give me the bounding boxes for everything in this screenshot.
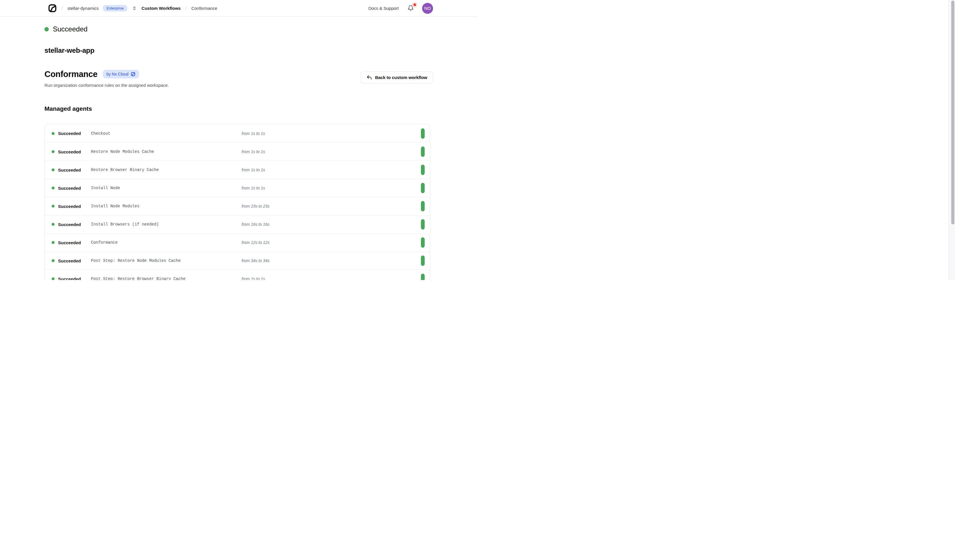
step-status-dot — [52, 223, 55, 226]
step-duration: from 1s to 1s — [242, 276, 421, 280]
agent-step-row[interactable]: Succeeded Checkout from 1s to 1s — [45, 124, 430, 142]
chevron-up-down-icon — [132, 6, 137, 11]
workflow-heading-block: Conformance by Nx Cloud Run organization… — [44, 69, 169, 88]
step-name: Install Browsers (if needed) — [91, 222, 242, 227]
step-status-cell: Succeeded — [52, 276, 91, 280]
breadcrumb-separator: / — [185, 5, 187, 11]
org-plan-badge: Enterprise — [103, 5, 127, 11]
step-status-dot — [52, 259, 55, 262]
run-status-dot — [44, 27, 49, 31]
org-switcher-button[interactable] — [132, 5, 138, 11]
step-status-label: Succeeded — [58, 186, 81, 190]
run-status-label: Succeeded — [53, 25, 88, 33]
agents-table: Succeeded Checkout from 1s to 1s Succeed… — [44, 124, 430, 280]
workflow-section-header: Conformance by Nx Cloud Run organization… — [44, 69, 433, 88]
by-nx-cloud-badge[interactable]: by Nx Cloud — [103, 70, 139, 78]
step-name: Restore Browser Binary Cache — [91, 167, 242, 172]
step-status-label: Succeeded — [58, 276, 81, 280]
step-duration-bar — [421, 219, 425, 229]
workspace-name: stellar-web-app — [44, 46, 433, 55]
run-status-row: Succeeded — [44, 25, 433, 33]
step-status-dot — [52, 205, 55, 207]
step-duration-bar — [421, 237, 425, 248]
breadcrumb-section[interactable]: Custom Workflows — [141, 6, 181, 11]
step-duration: from 1s to 1s — [242, 186, 421, 190]
step-status-dot — [52, 132, 55, 135]
step-name: Install Node — [91, 186, 242, 190]
step-status-cell: Succeeded — [52, 258, 91, 263]
step-status-cell: Succeeded — [52, 222, 91, 227]
managed-agents-title: Managed agents — [44, 105, 433, 112]
by-nx-cloud-label: by Nx Cloud — [106, 72, 128, 76]
breadcrumb-separator: / — [61, 5, 64, 11]
step-name: Checkout — [91, 131, 242, 136]
nx-cloud-logo-icon — [48, 4, 57, 13]
step-duration-bar — [421, 256, 425, 266]
step-duration: from 34s to 34s — [242, 258, 421, 263]
user-avatar[interactable]: NO — [422, 3, 433, 14]
agent-step-row[interactable]: Succeeded Install Browsers (if needed) f… — [45, 215, 430, 233]
agent-step-row[interactable]: Succeeded Conformance from 12s to 12s — [45, 233, 430, 251]
agent-step-row[interactable]: Succeeded Restore Node Modules Cache fro… — [45, 142, 430, 161]
top-nav: / stellar-dynamics Enterprise Custom Wor… — [0, 0, 478, 17]
step-status-label: Succeeded — [58, 150, 81, 154]
step-duration-bar — [421, 147, 425, 157]
step-status-cell: Succeeded — [52, 131, 91, 136]
back-to-custom-workflow-button[interactable]: Back to custom workflow — [360, 72, 433, 83]
nx-cloud-logo[interactable] — [48, 4, 57, 13]
step-name: Conformance — [91, 240, 242, 245]
nx-logo-small-icon — [131, 72, 135, 76]
step-duration: from 16s to 16s — [242, 222, 421, 227]
step-status-cell: Succeeded — [52, 150, 91, 154]
step-status-dot — [52, 278, 55, 280]
step-status-label: Succeeded — [58, 222, 81, 227]
step-duration: from 12s to 12s — [242, 240, 421, 245]
step-status-cell: Succeeded — [52, 204, 91, 209]
step-status-label: Succeeded — [58, 204, 81, 209]
step-name: Post Step: Restore Node Modules Cache — [91, 258, 242, 263]
step-name: Install Node Modules — [91, 204, 242, 209]
back-arrow-icon — [366, 75, 372, 80]
step-duration: from 1s to 1s — [242, 150, 421, 154]
step-status-dot — [52, 241, 55, 244]
back-button-label: Back to custom workflow — [375, 75, 427, 80]
step-status-cell: Succeeded — [52, 240, 91, 245]
workflow-title-row: Conformance by Nx Cloud — [44, 69, 169, 79]
bell-icon — [407, 5, 414, 11]
agent-step-row[interactable]: Succeeded Post Step: Restore Node Module… — [45, 251, 430, 270]
main-content: Succeeded stellar-web-app Conformance by… — [44, 17, 433, 280]
step-duration-bar — [421, 274, 425, 280]
top-nav-inner: / stellar-dynamics Enterprise Custom Wor… — [44, 0, 433, 16]
step-status-cell: Succeeded — [52, 167, 91, 172]
step-name: Post Step: Restore Browser Binary Cache — [91, 276, 242, 280]
step-duration: from 1s to 1s — [242, 131, 421, 136]
step-status-dot — [52, 187, 55, 189]
step-status-label: Succeeded — [58, 131, 81, 136]
agent-step-row[interactable]: Succeeded Restore Browser Binary Cache f… — [45, 161, 430, 179]
agent-step-row[interactable]: Succeeded Install Node Modules from 23s … — [45, 197, 430, 215]
breadcrumb-page: Conformance — [191, 6, 218, 11]
docs-support-link[interactable]: Docs & Support — [368, 6, 399, 11]
step-duration-bar — [421, 201, 425, 211]
step-status-dot — [52, 150, 55, 153]
notifications-button[interactable] — [406, 4, 415, 13]
notification-dot — [413, 3, 416, 6]
step-status-cell: Succeeded — [52, 186, 91, 190]
step-name: Restore Node Modules Cache — [91, 150, 242, 154]
step-status-label: Succeeded — [58, 258, 81, 263]
step-duration-bar — [421, 128, 425, 139]
step-duration: from 1s to 1s — [242, 167, 421, 172]
agent-step-row[interactable]: Succeeded Install Node from 1s to 1s — [45, 179, 430, 197]
step-duration-bar — [421, 165, 425, 175]
breadcrumb-org[interactable]: stellar-dynamics — [67, 6, 99, 11]
step-status-label: Succeeded — [58, 240, 81, 245]
workflow-description: Run organization conformance rules on th… — [44, 83, 169, 88]
step-status-dot — [52, 168, 55, 171]
step-duration-bar — [421, 183, 425, 193]
step-duration: from 23s to 23s — [242, 204, 421, 209]
step-status-label: Succeeded — [58, 167, 81, 172]
workflow-title: Conformance — [44, 69, 97, 79]
agent-step-row[interactable]: Succeeded Post Step: Restore Browser Bin… — [45, 270, 430, 280]
